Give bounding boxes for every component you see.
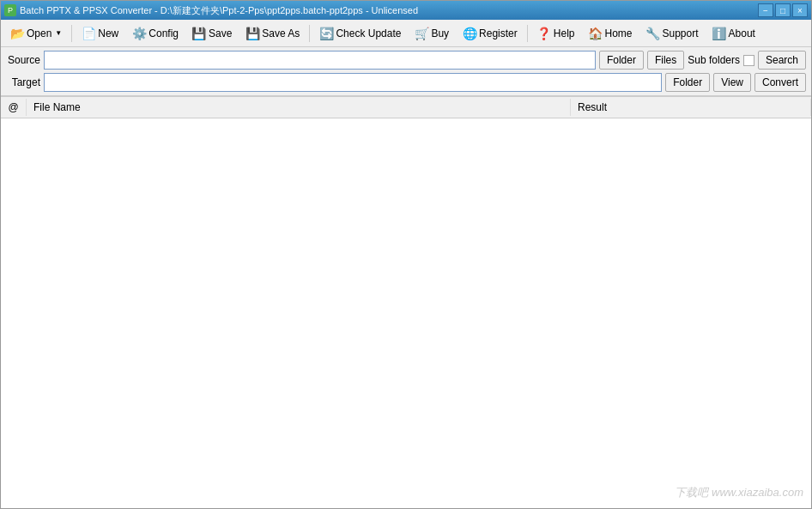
config-icon: ⚙️ (132, 27, 146, 40)
save-icon: 💾 (192, 27, 206, 40)
table-header: @ File Name Result (1, 97, 811, 118)
check-update-label: Check Update (336, 27, 401, 39)
maximize-button[interactable]: □ (775, 3, 791, 17)
source-row: Source Folder Files Sub folders Search (6, 51, 806, 70)
new-button[interactable]: 📄 New (76, 22, 124, 45)
divider-1 (71, 25, 72, 42)
target-view-button[interactable]: View (713, 73, 751, 92)
convert-button[interactable]: Convert (754, 73, 806, 92)
save-as-label: Save As (262, 27, 300, 39)
save-label: Save (209, 27, 232, 39)
target-input[interactable] (44, 73, 662, 92)
register-button[interactable]: 🌐 Register (457, 22, 524, 45)
home-icon: 🏠 (588, 27, 602, 40)
col-filename-header: File Name (27, 99, 571, 116)
subfolders-area: Sub folders (688, 54, 754, 66)
buy-icon: 🛒 (415, 27, 428, 40)
window-controls: − □ × (758, 3, 808, 17)
config-label: Config (148, 27, 179, 39)
source-label: Source (6, 54, 40, 66)
col-at-header: @ (1, 99, 27, 116)
register-icon: 🌐 (463, 27, 476, 40)
support-button[interactable]: 🔧 Support (640, 22, 705, 45)
help-icon: ❓ (537, 27, 551, 40)
buy-button[interactable]: 🛒 Buy (409, 22, 455, 45)
support-icon: 🔧 (646, 27, 660, 40)
target-folder-button[interactable]: Folder (665, 73, 710, 92)
target-row: Target Folder View Convert (6, 73, 806, 92)
support-label: Support (663, 27, 699, 39)
divider-2 (309, 25, 310, 42)
open-icon: 📂 (10, 27, 24, 40)
help-button[interactable]: ❓ Help (531, 22, 581, 45)
source-input[interactable] (44, 51, 596, 70)
about-button[interactable]: ℹ️ About (706, 22, 761, 45)
target-label: Target (6, 76, 40, 88)
check-update-icon: 🔄 (319, 27, 333, 40)
divider-3 (527, 25, 528, 42)
help-label: Help (554, 27, 575, 39)
source-folder-button[interactable]: Folder (599, 51, 644, 70)
save-as-button[interactable]: 💾 Save As (239, 22, 306, 45)
new-label: New (98, 27, 118, 39)
source-files-button[interactable]: Files (647, 51, 684, 70)
about-icon: ℹ️ (712, 27, 726, 40)
app-icon: P (4, 4, 16, 16)
subfolders-checkbox[interactable] (743, 55, 754, 66)
col-result-header: Result (571, 99, 811, 116)
home-label: Home (604, 27, 632, 39)
table-body (1, 118, 811, 462)
open-button[interactable]: 📂 Open ▼ (4, 22, 68, 45)
search-button[interactable]: Search (758, 51, 806, 70)
file-table: @ File Name Result (1, 96, 811, 509)
buy-label: Buy (431, 27, 449, 39)
source-target-area: Source Folder Files Sub folders Search T… (1, 47, 811, 96)
close-button[interactable]: × (792, 3, 808, 17)
config-button[interactable]: ⚙️ Config (126, 22, 185, 45)
subfolders-label: Sub folders (688, 54, 740, 66)
register-label: Register (479, 27, 518, 39)
title-bar-left: P Batch PPTX & PPSX Converter - D:\新建文件夹… (4, 4, 418, 17)
about-label: About (729, 27, 755, 39)
watermark: 下载吧 www.xiazaiba.com (675, 485, 803, 500)
window-title: Batch PPTX & PPSX Converter - D:\新建文件夹\P… (20, 4, 418, 17)
home-button[interactable]: 🏠 Home (582, 22, 638, 45)
toolbar: 📂 Open ▼ 📄 New ⚙️ Config 💾 Save 💾 Save A… (1, 20, 811, 47)
save-button[interactable]: 💾 Save (186, 22, 238, 45)
check-update-button[interactable]: 🔄 Check Update (313, 22, 407, 45)
save-as-icon: 💾 (245, 27, 259, 40)
title-bar: P Batch PPTX & PPSX Converter - D:\新建文件夹… (1, 1, 811, 20)
open-dropdown-arrow: ▼ (55, 29, 62, 37)
new-icon: 📄 (82, 27, 95, 40)
minimize-button[interactable]: − (758, 3, 773, 17)
open-label: Open (27, 27, 52, 39)
